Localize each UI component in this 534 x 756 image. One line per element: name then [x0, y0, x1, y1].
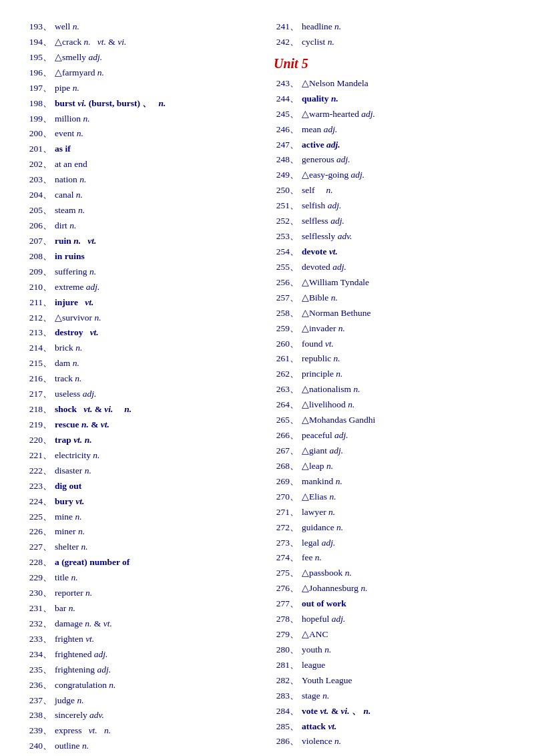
list-item: 268、△leap n.	[274, 459, 507, 474]
entry-word: △leap n.	[302, 459, 507, 474]
list-item: 239、express vt. n.	[27, 724, 260, 738]
list-item: 224、bury vt.	[27, 495, 260, 509]
entry-number: 211、	[27, 296, 52, 310]
entry-word: △William Tyndale	[302, 276, 507, 290]
entry-number: 272、	[274, 521, 299, 535]
left-column: 193、well n.194、△crack n. vt. & vi.195、△s…	[27, 20, 274, 755]
entry-number: 251、	[274, 199, 299, 213]
entry-number: 230、	[27, 586, 52, 600]
entry-number: 258、	[274, 307, 299, 321]
entry-word: △Elias n.	[302, 490, 507, 504]
entry-word: devote vt.	[302, 245, 507, 259]
entry-number: 213、	[27, 326, 52, 340]
list-item: 196、△farmyard n.	[27, 66, 260, 80]
entry-number: 259、	[274, 322, 299, 336]
entry-number: 221、	[27, 449, 52, 463]
entry-word: mine n.	[55, 510, 260, 524]
entry-number: 246、	[274, 123, 299, 137]
entry-number: 261、	[274, 352, 299, 366]
entry-number: 266、	[274, 429, 299, 443]
entry-number: 222、	[27, 464, 52, 478]
entry-number: 239、	[27, 724, 52, 738]
entry-word: million n.	[55, 112, 260, 126]
list-item: 267、△giant adj.	[274, 444, 507, 458]
entry-number: 260、	[274, 337, 299, 351]
entry-word: burst vi. (burst, burst) 、 n.	[55, 97, 260, 111]
entry-word: legal adj.	[302, 536, 507, 550]
entry-number: 197、	[27, 81, 52, 96]
entry-word: selflessly adv.	[302, 230, 507, 244]
list-item: 216、track n.	[27, 372, 260, 386]
entry-number: 248、	[274, 153, 299, 167]
entry-word: canal n.	[55, 188, 260, 202]
entry-number: 220、	[27, 433, 52, 447]
entry-word: fee n.	[302, 551, 507, 565]
list-item: 277、out of work	[274, 597, 507, 611]
list-item: 214、brick n.	[27, 341, 260, 355]
list-item: 279、△ANC	[274, 628, 507, 642]
list-item: 266、peaceful adj.	[274, 429, 507, 443]
entry-number: 253、	[274, 230, 299, 244]
list-item: 246、mean adj.	[274, 123, 507, 137]
entry-word: express vt. n.	[55, 724, 260, 738]
entry-number: 215、	[27, 357, 52, 371]
entry-word: △livelihood n.	[302, 398, 507, 412]
list-item: 232、damage n. & vt.	[27, 617, 260, 631]
entry-word: frightened adj.	[55, 648, 260, 662]
entry-number: 285、	[274, 720, 299, 734]
list-item: 219、rescue n. & vt.	[27, 418, 260, 432]
entry-number: 201、	[27, 142, 52, 156]
entry-number: 210、	[27, 280, 52, 295]
entry-word: republic n.	[302, 352, 507, 366]
entry-number: 234、	[27, 648, 52, 662]
list-item: 198、burst vi. (burst, burst) 、 n.	[27, 97, 260, 111]
entry-number: 284、	[274, 705, 299, 719]
entry-word: out of work	[302, 597, 507, 611]
list-item: 278、hopeful adj.	[274, 612, 507, 626]
entry-word: at an end	[55, 158, 260, 172]
entry-word: nation n.	[55, 173, 260, 187]
entry-number: 268、	[274, 459, 299, 474]
list-item: 237、judge n.	[27, 694, 260, 708]
list-item: 222、disaster n.	[27, 464, 260, 478]
entry-number: 238、	[27, 709, 52, 723]
list-item: 253、selflessly adv.	[274, 230, 507, 244]
list-item: 286、violence n.	[274, 735, 507, 749]
entry-number: 204、	[27, 188, 52, 202]
list-item: 220、trap vt. n.	[27, 433, 260, 447]
entry-word: stage n.	[302, 689, 507, 703]
entry-number: 276、	[274, 582, 299, 596]
entry-word: shelter n.	[55, 540, 260, 554]
entry-word: bar n.	[55, 602, 260, 616]
list-item: 242、cyclist n.	[274, 35, 507, 49]
list-item: 261、republic n.	[274, 352, 507, 366]
list-item: 195、△smelly adj.	[27, 51, 260, 65]
list-item: 228、a (great) number of	[27, 556, 260, 570]
entry-number: 282、	[274, 674, 299, 688]
entry-word: cyclist n.	[302, 35, 507, 49]
list-item: 227、shelter n.	[27, 540, 260, 554]
entry-word: guidance n.	[302, 521, 507, 535]
entry-number: 262、	[274, 367, 299, 381]
list-item: 209、suffering n.	[27, 265, 260, 279]
entry-word: sincerely adv.	[55, 709, 260, 723]
list-item: 201、as if	[27, 142, 260, 156]
entry-word: △Johannesburg n.	[302, 582, 507, 596]
list-item: 272、guidance n.	[274, 521, 507, 535]
list-item: 206、dirt n.	[27, 219, 260, 233]
list-item: 207、ruin n. vt.	[27, 234, 260, 248]
entry-word: pipe n.	[55, 81, 260, 96]
entry-number: 244、	[274, 92, 299, 106]
entry-word: league	[302, 658, 507, 673]
list-item: 235、frightening adj.	[27, 663, 260, 677]
entry-word: miner n.	[55, 525, 260, 539]
list-item: 263、△nationalism n.	[274, 383, 507, 397]
list-item: 271、lawyer n.	[274, 506, 507, 520]
entry-number: 216、	[27, 372, 52, 386]
entry-word: △invader n.	[302, 322, 507, 336]
entry-number: 235、	[27, 663, 52, 677]
list-item: 211、injure vt.	[27, 296, 260, 310]
list-item: 264、△livelihood n.	[274, 398, 507, 412]
entry-word: △ANC	[302, 628, 507, 642]
entry-number: 275、	[274, 566, 299, 580]
